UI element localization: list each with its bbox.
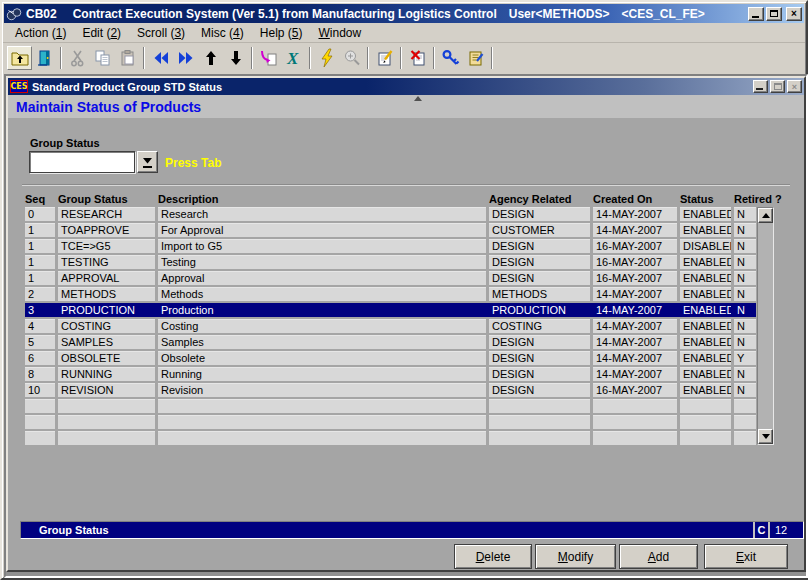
cell[interactable]: 3 [25, 303, 55, 317]
cell[interactable]: N [734, 255, 756, 269]
cell[interactable]: ENABLED [680, 207, 731, 221]
cell[interactable]: OBSOLETE [58, 351, 155, 365]
table-row[interactable]: 8RUNNINGRunningDESIGN14-MAY-2007ENABLEDN [25, 367, 756, 381]
table-row[interactable]: 1TOAPPROVEFor ApprovalCUSTOMER14-MAY-200… [25, 223, 756, 237]
cell[interactable]: Production [158, 303, 486, 317]
cell[interactable]: Research [158, 207, 486, 221]
table-row[interactable]: 1TCE=>G5Import to G5DESIGN16-MAY-2007DIS… [25, 239, 756, 253]
menu-item[interactable]: Edit (2) [76, 24, 127, 42]
cell[interactable]: 5 [25, 335, 55, 349]
execute-icon[interactable] [314, 46, 339, 70]
cell[interactable]: 16-MAY-2007 [593, 255, 677, 269]
exit-door-icon[interactable] [32, 46, 57, 70]
table-scrollbar[interactable] [757, 207, 774, 445]
cell[interactable]: N [734, 239, 756, 253]
cell[interactable]: 14-MAY-2007 [593, 351, 677, 365]
cell[interactable]: METHODS [489, 287, 590, 301]
cell[interactable]: Import to G5 [158, 239, 486, 253]
menu-item[interactable]: Window [313, 24, 368, 42]
cell[interactable]: DESIGN [489, 351, 590, 365]
cell[interactable]: Costing [158, 319, 486, 333]
cell[interactable]: 1 [25, 239, 55, 253]
scroll-up-button[interactable] [758, 208, 773, 223]
cell[interactable]: APPROVAL [58, 271, 155, 285]
table-row[interactable]: 5SAMPLESSamplesDESIGN14-MAY-2007ENABLEDN [25, 335, 756, 349]
table-row[interactable]: 2METHODSMethodsMETHODS14-MAY-2007ENABLED… [25, 287, 756, 301]
minimize-button[interactable] [748, 7, 764, 21]
cell[interactable]: ENABLED [680, 223, 731, 237]
cell[interactable]: 2 [25, 287, 55, 301]
cell[interactable]: DESIGN [489, 367, 590, 381]
cell[interactable]: DESIGN [489, 255, 590, 269]
cell[interactable]: ENABLED [680, 351, 731, 365]
cell[interactable]: 4 [25, 319, 55, 333]
cell[interactable]: CUSTOMER [489, 223, 590, 237]
key-icon[interactable] [438, 46, 463, 70]
cell[interactable]: N [734, 223, 756, 237]
cell[interactable]: Testing [158, 255, 486, 269]
cell[interactable]: SAMPLES [58, 335, 155, 349]
cell[interactable]: TCE=>G5 [58, 239, 155, 253]
menu-item[interactable]: Action (1) [9, 24, 72, 42]
cell[interactable]: N [734, 271, 756, 285]
folder-up-icon[interactable] [7, 46, 32, 70]
close-button[interactable]: × [786, 7, 802, 21]
cell[interactable]: ENABLED [680, 335, 731, 349]
cell[interactable]: ENABLED [680, 303, 731, 317]
exit-button[interactable]: Exit [704, 544, 788, 569]
cell[interactable]: 1 [25, 223, 55, 237]
cell[interactable]: 14-MAY-2007 [593, 207, 677, 221]
move-up-icon[interactable] [198, 46, 223, 70]
cell[interactable]: N [734, 335, 756, 349]
cell[interactable]: N [734, 287, 756, 301]
modify-button[interactable]: Modify [535, 544, 616, 569]
cell[interactable]: Y [734, 351, 756, 365]
cell[interactable]: 16-MAY-2007 [593, 239, 677, 253]
add-button[interactable]: Add [619, 544, 698, 569]
notes-icon[interactable] [463, 46, 488, 70]
child-minimize-button[interactable] [753, 80, 768, 93]
cell[interactable]: N [734, 319, 756, 333]
cell[interactable]: 14-MAY-2007 [593, 367, 677, 381]
cell[interactable]: N [734, 303, 756, 317]
table-row[interactable]: 6OBSOLETEObsoleteDESIGN14-MAY-2007ENABLE… [25, 351, 756, 365]
cell[interactable]: 16-MAY-2007 [593, 271, 677, 285]
cell[interactable]: RUNNING [58, 367, 155, 381]
cell[interactable]: 10 [25, 383, 55, 397]
cell[interactable]: DESIGN [489, 207, 590, 221]
last-record-icon[interactable] [173, 46, 198, 70]
cell[interactable]: 6 [25, 351, 55, 365]
cell[interactable]: Running [158, 367, 486, 381]
cell[interactable]: 14-MAY-2007 [593, 303, 677, 317]
menu-item[interactable]: Misc (4) [195, 24, 250, 42]
cell[interactable]: N [734, 367, 756, 381]
child-titlebar[interactable]: CES Standard Product Group STD Status × [8, 78, 804, 95]
group-status-dropdown-button[interactable] [137, 151, 158, 173]
import-icon[interactable] [256, 46, 281, 70]
export-excel-icon[interactable]: X [281, 46, 306, 70]
cell[interactable]: Samples [158, 335, 486, 349]
cell[interactable]: RESEARCH [58, 207, 155, 221]
cell[interactable]: 14-MAY-2007 [593, 319, 677, 333]
cell[interactable]: PRODUCTION [489, 303, 590, 317]
cell[interactable]: 1 [25, 271, 55, 285]
app-titlebar[interactable]: CB02 Contract Execution System (Ver 5.1)… [4, 4, 804, 23]
group-status-input[interactable] [29, 151, 135, 173]
cell[interactable]: TOAPPROVE [58, 223, 155, 237]
maximize-button[interactable] [766, 7, 782, 21]
cell[interactable]: REVISION [58, 383, 155, 397]
menu-item[interactable]: Help (5) [254, 24, 309, 42]
delete-record-icon[interactable] [405, 46, 430, 70]
move-down-icon[interactable] [223, 46, 248, 70]
cell[interactable]: 14-MAY-2007 [593, 287, 677, 301]
cell[interactable]: METHODS [58, 287, 155, 301]
table-row[interactable]: 4COSTINGCostingCOSTING14-MAY-2007ENABLED… [25, 319, 756, 333]
cell[interactable]: N [734, 207, 756, 221]
cell[interactable]: DESIGN [489, 239, 590, 253]
cell[interactable]: COSTING [489, 319, 590, 333]
cell[interactable]: TESTING [58, 255, 155, 269]
first-record-icon[interactable] [148, 46, 173, 70]
cell[interactable]: Obsolete [158, 351, 486, 365]
scroll-down-button[interactable] [758, 429, 773, 444]
cell[interactable]: DESIGN [489, 271, 590, 285]
